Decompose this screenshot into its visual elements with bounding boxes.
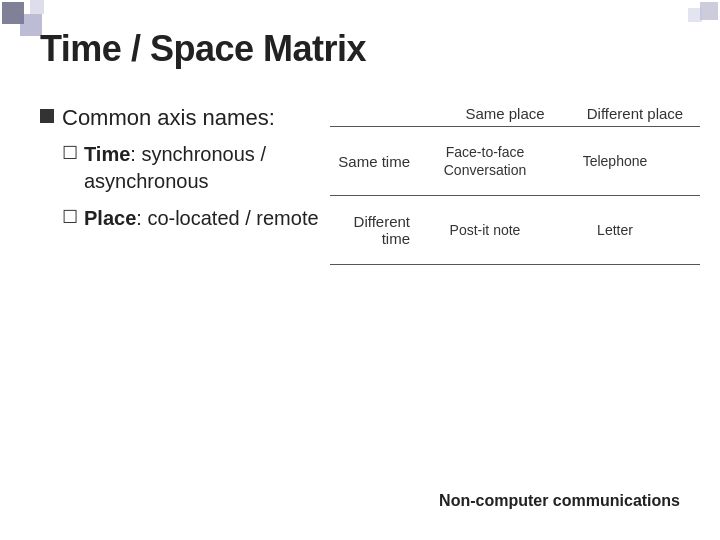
slide-title: Time / Space Matrix: [40, 28, 366, 70]
row-divider-1: [330, 195, 700, 196]
sub-bullet-place-text: Place: co-located / remote: [84, 205, 319, 232]
checkbox-time-icon: ☐: [62, 142, 78, 164]
cell-post-it: Post-it note: [420, 221, 550, 239]
cell-telephone: Telephone: [550, 152, 680, 170]
matrix-row-different-time: Different time Post-it note Letter: [330, 200, 700, 260]
sub-bullet-place: ☐ Place: co-located / remote: [62, 205, 320, 232]
bullet-square-icon: [40, 109, 54, 123]
header-divider: [330, 126, 700, 127]
row-label-same-time: Same time: [330, 153, 420, 170]
row-label-different-time: Different time: [330, 213, 420, 247]
footer-text: Non-computer communications: [439, 492, 680, 510]
row-divider-2: [330, 264, 700, 265]
cell-letter: Letter: [550, 221, 680, 239]
checkbox-place-icon: ☐: [62, 206, 78, 228]
main-bullet: Common axis names:: [40, 105, 320, 131]
header-different-place: Different place: [570, 105, 700, 122]
left-content: Common axis names: ☐ Time: synchronous /…: [40, 105, 320, 242]
matrix-table: Same place Different place Same time Fac…: [330, 105, 700, 269]
matrix-header-row: Same place Different place: [330, 105, 700, 122]
header-same-place: Same place: [440, 105, 570, 122]
matrix-row-same-time: Same time Face-to-face Conversation Tele…: [330, 131, 700, 191]
sub-bullets-list: ☐ Time: synchronous / asynchronous ☐ Pla…: [62, 141, 320, 232]
cell-face-to-face: Face-to-face Conversation: [420, 143, 550, 179]
main-bullet-text: Common axis names:: [62, 105, 275, 131]
sub-bullet-time-text: Time: synchronous / asynchronous: [84, 141, 320, 195]
sub-bullet-time: ☐ Time: synchronous / asynchronous: [62, 141, 320, 195]
corner-decoration-right: [640, 0, 720, 30]
